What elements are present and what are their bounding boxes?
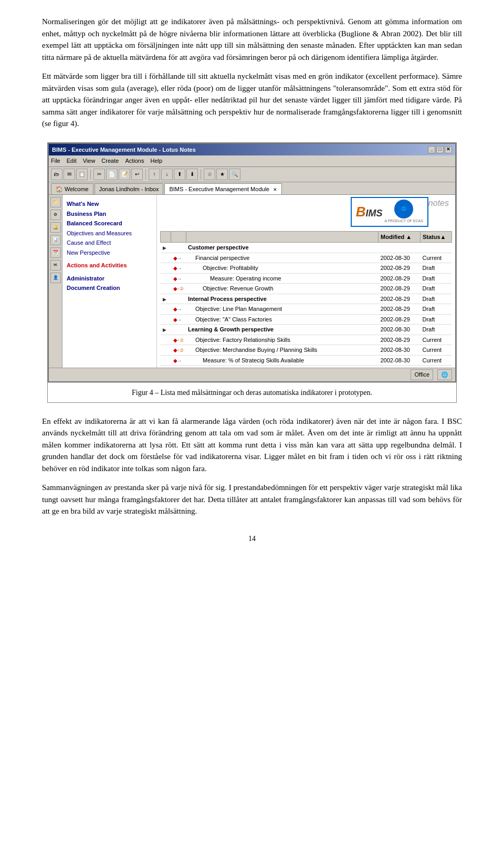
status-item-globe: 🌐 (437, 369, 452, 380)
row-status-icon: ◆↑② (171, 335, 186, 345)
toolbar-sep-2 (145, 169, 146, 180)
table-row[interactable]: ◆↑②Objective: Revenue Growth2002-08-29Dr… (161, 284, 452, 294)
row-status-icon: ◆↑② (171, 284, 186, 294)
iconbar-btn-5[interactable]: 📅 (50, 247, 61, 258)
table-row[interactable]: ◆→Financial perspective2002-08-30Current (161, 253, 452, 263)
row-expand-icon (161, 304, 171, 315)
toolbar-btn-12[interactable]: ☆ (204, 169, 215, 180)
toolbar-btn-4[interactable]: ✂ (93, 169, 105, 180)
tab-bims[interactable]: BIMS - Executive Management Module ✕ (164, 183, 282, 195)
bims-logo: B IMS 🌐 A PRODUCT OF ECAS (351, 197, 428, 227)
row-status: Current (421, 355, 452, 366)
arrow-icon: → (177, 306, 182, 312)
page-number: 14 (42, 533, 462, 544)
toolbar-btn-14[interactable]: 🔍 (229, 169, 240, 180)
bims-globe-icon: 🌐 (394, 200, 413, 218)
tab-inbox[interactable]: Jonas Lindholm - Inbox (94, 183, 164, 195)
iconbar-btn-2[interactable]: ⚙ (50, 210, 61, 220)
table-row[interactable]: ▶Internal Process perspective2002-08-29D… (161, 294, 452, 304)
row-modified (379, 243, 421, 253)
menu-create[interactable]: Create (101, 157, 119, 165)
menu-edit[interactable]: Edit (67, 157, 77, 165)
row-label: Learning & Growth perspective (186, 325, 379, 335)
row-status-icon: ◆→ (171, 304, 186, 315)
toolbar-btn-1[interactable]: 🗁 (51, 169, 62, 180)
row-modified: 2002-08-30 (379, 325, 421, 335)
nav-whats-new[interactable]: What's New (67, 199, 152, 209)
nav-document-creation[interactable]: Document Creation (67, 283, 152, 293)
row-label: Objective: Revenue Growth (186, 284, 379, 294)
table-row[interactable]: ◆↑②Objective: Merchandise Buying / Plann… (161, 345, 452, 356)
table-row[interactable]: ▶Learning & Growth perspective2002-08-30… (161, 325, 452, 335)
table-row[interactable]: ◆→Objective: Line Plan Management2002-08… (161, 304, 452, 315)
main-content: B IMS 🌐 A PRODUCT OF ECAS notes (157, 195, 455, 368)
toolbar-btn-7[interactable]: ↩ (131, 169, 143, 180)
row-modified: 2002-08-30 (379, 253, 421, 263)
nav-objectives-measures[interactable]: Objectives and Measures (67, 228, 152, 238)
table-row[interactable]: ◆→Measure: % of Stratecig Skills Availab… (161, 355, 452, 366)
row-modified: 2002-08-29 (379, 314, 421, 325)
arrow-icon: → (177, 265, 182, 271)
row-modified: 2002-08-29 (379, 273, 421, 284)
row-status-icon: ◆→ (171, 355, 186, 366)
row-expand-icon: ▶ (161, 294, 171, 304)
menu-view[interactable]: View (83, 157, 96, 165)
row-label: Internal Process perspective (186, 294, 379, 304)
minimize-button[interactable]: _ (428, 146, 435, 153)
iconbar-btn-4[interactable]: 📊 (50, 235, 61, 245)
nav-actions-activities[interactable]: Actions and Activities (67, 261, 152, 270)
paragraph-1-text: Normaliseringen gör det möjligt att ge i… (42, 17, 462, 61)
table-row[interactable]: ◆→Objective: Profitability2002-08-29Draf… (161, 263, 452, 274)
tab-welcome[interactable]: 🏠 Welcome (51, 183, 93, 195)
toolbar-btn-9[interactable]: ↓ (161, 169, 173, 180)
arrow-icon: → (177, 357, 182, 363)
row-status-icon (171, 243, 186, 253)
row-label: Objective: Merchandise Buying / Planning… (186, 345, 379, 356)
row-status-icon (171, 294, 186, 304)
toolbar-btn-8[interactable]: ↑ (149, 169, 160, 180)
iconbar-btn-7[interactable]: 👤 (50, 273, 61, 283)
icon-bar: 📁 ⚙ 🔔 📊 📅 ✉ 👤 (49, 195, 62, 368)
maximize-button[interactable]: □ (436, 146, 444, 153)
menubar: File Edit View Create Actions Help (49, 155, 455, 167)
toolbar-btn-11[interactable]: ⬇ (186, 169, 198, 180)
tab-inbox-label: Jonas Lindholm - Inbox (99, 186, 159, 192)
menu-help[interactable]: Help (150, 157, 162, 165)
menu-actions[interactable]: Actions (125, 157, 144, 165)
menu-file[interactable]: File (51, 157, 60, 165)
toolbar-btn-6[interactable]: 📝 (119, 169, 130, 180)
table-row[interactable]: ◆→Measure: Operating income2002-08-29Dra… (161, 273, 452, 284)
iconbar-btn-6[interactable]: ✉ (50, 260, 61, 270)
row-modified: 2002-08-29 (379, 284, 421, 294)
col-header-status[interactable]: Status▲ (421, 231, 452, 243)
tab-bims-close-icon[interactable]: ✕ (273, 187, 277, 192)
iconbar-btn-1[interactable]: 📁 (50, 197, 61, 207)
toolbar-btn-10[interactable]: ⬆ (174, 169, 185, 180)
row-status: Draft (421, 304, 452, 315)
nav-business-plan[interactable]: Business Plan (67, 209, 152, 219)
close-button[interactable]: ✕ (445, 146, 452, 153)
nav-cause-effect[interactable]: Cause and Effect (67, 238, 152, 248)
row-status: Current (421, 335, 452, 345)
paragraph-4-text: Sammanvägningen av prestanda sker på var… (42, 483, 462, 515)
table-row[interactable]: ◆↑②Objective: Factory Relationship Skill… (161, 335, 452, 345)
nav-new-perspective[interactable]: New Perspective (67, 248, 152, 258)
row-label: Objective: Line Plan Management (186, 304, 379, 315)
col-header-modified[interactable]: Modified ▲ (379, 231, 421, 243)
toolbar-btn-3[interactable]: 📋 (76, 169, 88, 180)
row-modified: 2002-08-30 (379, 355, 421, 366)
bims-b-letter: B (356, 202, 366, 222)
nav-balanced-scorecard[interactable]: Balanced Scorecard (67, 218, 152, 228)
toolbar-btn-5[interactable]: 📄 (106, 169, 118, 180)
toolbar-btn-13[interactable]: ★ (216, 169, 228, 180)
diamond-icon: ◆ (173, 358, 177, 363)
tab-welcome-label: 🏠 Welcome (56, 186, 89, 192)
row-label: Financial perspective (186, 253, 379, 263)
expand-triangle-icon: ▶ (163, 327, 166, 332)
table-row[interactable]: ▶Customer perspective (161, 243, 452, 253)
iconbar-btn-3[interactable]: 🔔 (50, 222, 61, 233)
toolbar-btn-2[interactable]: ✉ (64, 169, 75, 180)
table-row[interactable]: ◆→Objective: "A" Class Factories2002-08-… (161, 314, 452, 325)
nav-administrator[interactable]: Administrator (67, 274, 152, 284)
row-modified: 2002-08-30 (379, 345, 421, 356)
